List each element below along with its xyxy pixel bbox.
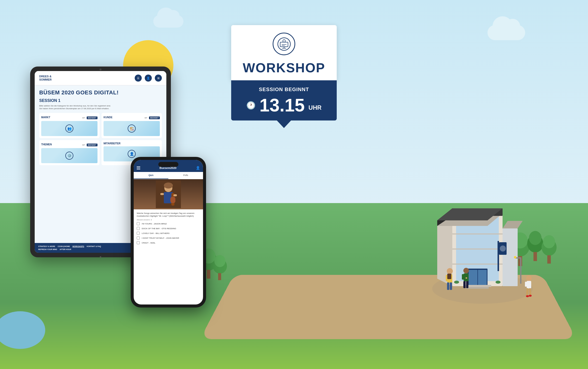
clock-icon: 🕐 — [246, 101, 256, 110]
nav-icon-1[interactable]: ☰ — [135, 75, 142, 82]
ipad-card-markt-header: MARKT IST BEENDET — [41, 115, 97, 119]
svg-rect-33 — [452, 233, 503, 234]
mitarbeiter-icon: 👤 — [128, 150, 136, 158]
footer-link-refresh[interactable]: REFRESH YOUR MIND — [38, 249, 57, 250]
tab-polls[interactable]: Polls — [168, 172, 203, 179]
ipad-card-kunde-badge: BEENDET — [149, 116, 160, 119]
svg-rect-63 — [447, 282, 449, 290]
svg-point-58 — [496, 281, 501, 284]
option-text-4: I DONT TRUST MYSELF - JOHN MAYER — [142, 237, 179, 239]
ipad-card-kunde[interactable]: KUNDE IST BEENDET 🏗️ — [102, 113, 162, 138]
iphone-app-title: Buesem2020 — [160, 166, 176, 169]
musician-image — [134, 179, 203, 209]
drees-sommer-logo: DREES & SOMMER — [39, 75, 52, 81]
svg-rect-77 — [529, 288, 531, 296]
right-section: WORKSHOP SESSION BEGINNT 🕐 13.15 UHR — [206, 15, 558, 354]
svg-rect-29 — [547, 255, 551, 264]
themen-icon: ⚙️ — [65, 152, 73, 160]
svg-rect-43 — [478, 270, 487, 285]
footer-link-cook[interactable]: COOK@HOME — [58, 245, 70, 247]
footer-link-kontakt[interactable]: KONTAKT & FAQ — [87, 245, 101, 247]
poll-question: Welche Songs wünschen Sie sich am heutig… — [137, 212, 200, 217]
workshop-icon-svg — [277, 37, 291, 51]
svg-point-59 — [447, 268, 453, 274]
svg-rect-74 — [525, 282, 527, 287]
user-icon[interactable]: 👤 — [196, 166, 200, 170]
devices-section: DREES & SOMMER ☰ 👤 ⊞ BÜSEM 2020 GOES DIG… — [30, 46, 206, 323]
ipad-card-markt-image: 👥 — [41, 121, 97, 136]
kunde-icon: 🏗️ — [128, 125, 136, 133]
svg-point-2 — [164, 182, 173, 189]
checkbox-3[interactable] — [137, 232, 140, 235]
footer-link-workshops[interactable]: WORKSHOPS — [72, 245, 84, 247]
ipad-card-mitarbeiter-title: MITARBEITER — [104, 142, 121, 145]
workshop-card: WORKSHOP SESSION BEGINNT 🕐 13.15 UHR — [231, 25, 337, 120]
iphone-device: Buesem2020 👤 Q&A Polls — [131, 157, 206, 308]
time-display: 🕐 13.15 UHR — [241, 96, 327, 114]
svg-point-10 — [283, 40, 285, 42]
main-content: DREES & SOMMER ☰ 👤 ⊞ BÜSEM 2020 GOES DIG… — [0, 0, 588, 369]
iphone-poll-content: Welche Songs wünschen Sie sich am heutig… — [134, 209, 203, 304]
workshop-card-white: WORKSHOP — [231, 25, 337, 80]
allowed-answers: Allowed answers: 8 — [137, 219, 200, 221]
svg-rect-65 — [447, 274, 451, 279]
workshop-icon-circle — [273, 33, 295, 55]
option-3[interactable]: LOVELY DAY - BILL WITHERS — [137, 232, 200, 235]
iphone-tabs: Q&A Polls — [134, 172, 203, 179]
ipad-card-kunde-image: 🏗️ — [104, 121, 160, 136]
svg-point-72 — [526, 275, 532, 281]
person-2 — [457, 266, 475, 296]
workshop-card-blue: SESSION BEGINNT 🕐 13.15 UHR — [231, 80, 337, 120]
person-3 — [520, 274, 538, 306]
ipad-description: Bitte wählen Sie die Kategorie für den W… — [39, 104, 162, 110]
option-5[interactable]: CRAZY - SEAL — [137, 241, 200, 244]
svg-point-28 — [543, 235, 555, 248]
markt-icon: 👥 — [65, 125, 73, 133]
svg-point-19 — [214, 255, 225, 267]
ipad-header: DREES & SOMMER ☰ 👤 ⊞ — [35, 71, 166, 85]
ipad-card-themen[interactable]: THEMEN IST BEENDET ⚙️ — [39, 140, 100, 165]
svg-point-79 — [529, 295, 532, 297]
svg-rect-34 — [452, 249, 503, 250]
svg-rect-68 — [462, 274, 464, 280]
svg-marker-48 — [503, 221, 523, 228]
option-4[interactable]: I DONT TRUST MYSELF - JOHN MAYER — [137, 236, 200, 239]
nav-icon-2[interactable]: 👤 — [145, 75, 152, 82]
option-text-5: CRAZY - SEAL — [142, 242, 156, 244]
option-2[interactable]: DOCK OF THE BAY - OTIS REDDING — [137, 227, 200, 230]
checkbox-4[interactable] — [137, 236, 140, 239]
ipad-card-themen-header: THEMEN IST BEENDET — [41, 142, 97, 147]
svg-rect-49 — [498, 241, 499, 271]
ipad-nav-icons: ☰ 👤 ⊞ — [135, 75, 162, 82]
option-text-3: LOVELY DAY - BILL WITHERS — [142, 232, 170, 234]
svg-rect-69 — [466, 277, 467, 279]
svg-rect-64 — [450, 282, 452, 290]
time-unit: UHR — [309, 104, 322, 111]
tab-qa[interactable]: Q&A — [134, 172, 168, 179]
svg-point-54 — [514, 256, 516, 259]
checkbox-5[interactable] — [137, 241, 140, 244]
nav-icon-3[interactable]: ⊞ — [155, 75, 162, 82]
checkbox-2[interactable] — [137, 227, 140, 230]
ipad-card-markt[interactable]: MARKT IST BEENDET 👥 — [39, 113, 100, 138]
footer-link-after[interactable]: AFTER HOUR — [60, 249, 71, 250]
svg-rect-71 — [466, 281, 468, 288]
svg-point-51 — [500, 245, 506, 252]
svg-rect-75 — [529, 282, 531, 287]
building-svg — [412, 183, 538, 309]
svg-point-78 — [526, 295, 529, 297]
ipad-card-mitarbeiter-header: MITARBEITER — [104, 142, 160, 145]
footer-link-strategy[interactable]: STRATEGY & MORE — [38, 245, 55, 247]
svg-rect-7 — [173, 194, 177, 196]
ipad-main-title: BÜSEM 2020 GOES DIGITAL! — [39, 89, 162, 96]
ipad-card-themen-badge: BEENDET — [87, 144, 97, 146]
time-number: 13.15 — [259, 96, 305, 114]
ipad-card-markt-title: MARKT — [41, 116, 50, 119]
svg-rect-20 — [218, 273, 221, 280]
svg-rect-70 — [463, 281, 466, 288]
hamburger-menu[interactable] — [137, 166, 140, 169]
svg-point-66 — [463, 268, 469, 273]
option-1[interactable]: I'M YOURS - JASON MRAZ — [137, 222, 200, 225]
checkbox-1[interactable] — [137, 222, 140, 225]
ipad-card-kunde-header: KUNDE IST BEENDET — [104, 115, 160, 119]
